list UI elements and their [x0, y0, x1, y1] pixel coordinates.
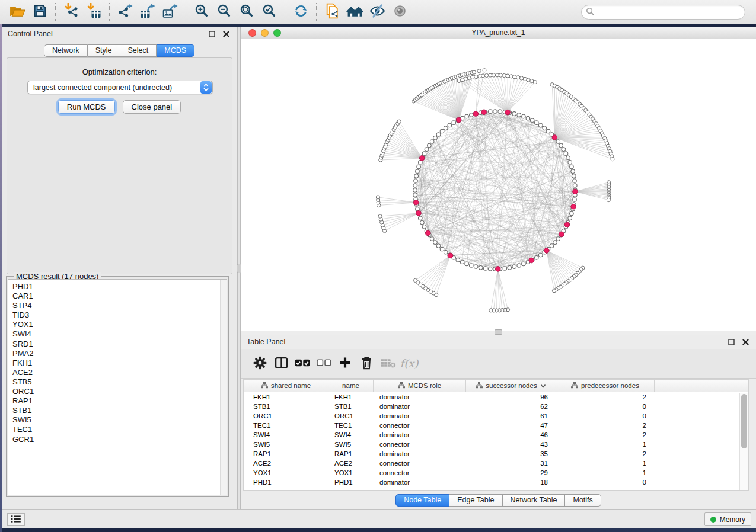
table-cell[interactable]: 96	[466, 392, 556, 402]
table-cell[interactable]: dominator	[374, 449, 466, 459]
tab-node-table[interactable]: Node Table	[395, 494, 449, 507]
table-cell[interactable]: 0	[556, 402, 655, 411]
table-row[interactable]: FKH1FKH1dominator962	[244, 392, 748, 402]
mcds-result-item[interactable]: STB5	[12, 377, 227, 387]
mcds-result-item[interactable]: FKH1	[12, 358, 227, 368]
table-cell[interactable]: 46	[466, 430, 556, 440]
close-panel-icon[interactable]	[221, 29, 231, 39]
table-cell[interactable]: 31	[466, 459, 556, 468]
table-cell[interactable]: PHD1	[328, 477, 374, 487]
node-table-scrollbar-thumb[interactable]	[741, 394, 747, 448]
mcds-result-item[interactable]: ORC1	[12, 387, 227, 396]
export-table-button[interactable]	[138, 2, 158, 21]
table-cell[interactable]: SWI4	[244, 430, 328, 440]
table-cell[interactable]: ACE2	[244, 459, 328, 468]
table-cell[interactable]: YOX1	[328, 468, 374, 477]
table-cell[interactable]: connector	[374, 459, 466, 468]
tab-select[interactable]: Select	[120, 44, 157, 57]
zoom-out-button[interactable]	[214, 2, 234, 21]
mcds-result-scrollbar[interactable]	[220, 280, 227, 495]
network-window-titlebar[interactable]: YPA_prune.txt_1	[241, 27, 756, 39]
first-neighbors-button[interactable]	[344, 2, 365, 21]
mcds-result-item[interactable]: TEC1	[12, 425, 227, 434]
tab-network[interactable]: Network	[44, 44, 88, 57]
table-cell[interactable]: 61	[466, 411, 556, 421]
table-cell[interactable]: dominator	[374, 430, 466, 440]
table-cell[interactable]: PHD1	[244, 477, 328, 487]
column-header-shared-name[interactable]: shared name	[244, 380, 328, 392]
task-history-button[interactable]	[7, 513, 25, 526]
table-row[interactable]: SWI4SWI4dominator462	[244, 430, 748, 440]
close-window-icon[interactable]	[248, 29, 256, 37]
optimization-criterion-select[interactable]: largest connected component (undirected)	[27, 81, 213, 94]
show-columns-button[interactable]	[270, 353, 292, 374]
table-cell[interactable]: 62	[466, 402, 556, 411]
save-session-button[interactable]	[30, 2, 50, 21]
horizontal-splitter-handle[interactable]	[495, 329, 502, 335]
mcds-result-item[interactable]: TID3	[12, 310, 227, 320]
hide-selected-button[interactable]	[367, 2, 387, 21]
maximize-window-icon[interactable]	[273, 29, 281, 37]
column-header-MCDS-role[interactable]: MCDS role	[374, 380, 466, 392]
table-cell[interactable]: connector	[374, 440, 466, 449]
column-header-successor-nodes[interactable]: successor nodes	[466, 380, 556, 392]
export-image-button[interactable]	[160, 2, 180, 21]
mcds-result-item[interactable]: STP4	[12, 301, 227, 310]
memory-button[interactable]: Memory	[704, 512, 751, 526]
table-cell[interactable]: SWI4	[328, 430, 374, 440]
table-row[interactable]: YOX1YOX1connector291	[244, 468, 748, 477]
new-network-from-selection-button[interactable]	[322, 2, 342, 21]
select-all-columns-button[interactable]	[292, 353, 313, 374]
table-row[interactable]: STB1STB1dominator620	[244, 402, 748, 411]
table-row[interactable]: SWI5SWI5connector431	[244, 440, 748, 449]
table-cell[interactable]: 1	[556, 459, 655, 468]
network-graph[interactable]	[241, 39, 756, 331]
import-table-button[interactable]	[84, 2, 104, 21]
zoom-selected-button[interactable]	[259, 2, 279, 21]
refresh-button[interactable]	[291, 2, 311, 21]
import-network-button[interactable]	[61, 2, 81, 21]
table-row[interactable]: RAP1RAP1dominator352	[244, 449, 748, 459]
delete-column-button[interactable]	[356, 353, 377, 374]
table-cell[interactable]: dominator	[374, 402, 466, 411]
mcds-result-item[interactable]: PHD1	[12, 282, 227, 291]
tab-edge-table[interactable]: Edge Table	[449, 494, 502, 507]
table-cell[interactable]: TEC1	[244, 421, 328, 430]
float-panel-icon[interactable]	[207, 29, 216, 39]
network-canvas[interactable]	[241, 39, 756, 331]
close-table-panel-icon[interactable]	[741, 337, 750, 347]
mcds-result-item[interactable]: YOX1	[12, 320, 227, 329]
table-cell[interactable]: 35	[466, 449, 556, 459]
unselect-all-columns-button[interactable]	[313, 353, 334, 374]
zoom-fit-button[interactable]	[237, 2, 257, 21]
show-all-button[interactable]	[390, 2, 410, 21]
table-cell[interactable]: ACE2	[328, 459, 374, 468]
search-input[interactable]	[595, 7, 745, 18]
float-table-panel-icon[interactable]	[726, 337, 736, 347]
tab-motifs[interactable]: Motifs	[565, 494, 601, 507]
close-panel-button[interactable]: Close panel	[123, 100, 181, 114]
table-cell[interactable]: FKH1	[328, 392, 374, 402]
table-row[interactable]: PHD1PHD1dominator180	[244, 477, 748, 487]
mcds-result-list[interactable]: PHD1CAR1STP4TID3YOX1SWI4SRD1PMA2FKH1ACE2…	[8, 279, 227, 495]
table-cell[interactable]: 2	[556, 449, 655, 459]
table-cell[interactable]: 47	[466, 421, 556, 430]
table-row[interactable]: ACE2ACE2connector311	[244, 459, 748, 468]
mcds-result-item[interactable]: STB1	[12, 406, 227, 415]
table-cell[interactable]: dominator	[374, 392, 466, 402]
table-cell[interactable]: STB1	[244, 402, 328, 411]
table-cell[interactable]: 43	[466, 440, 556, 449]
table-cell[interactable]: 18	[466, 477, 556, 487]
zoom-in-button[interactable]	[192, 2, 212, 21]
mcds-result-item[interactable]: CAR1	[12, 291, 227, 301]
table-cell[interactable]: FKH1	[244, 392, 328, 402]
table-cell[interactable]: 29	[466, 468, 556, 477]
column-header-name[interactable]: name	[328, 380, 374, 392]
create-column-button[interactable]	[334, 353, 356, 374]
mcds-result-item[interactable]: SWI5	[12, 415, 227, 425]
table-cell[interactable]: SWI5	[244, 440, 328, 449]
mcds-result-item[interactable]: ACE2	[12, 368, 227, 377]
node-table-scrollbar[interactable]	[739, 393, 748, 490]
table-cell[interactable]: 2	[556, 430, 655, 440]
table-cell[interactable]: 1	[556, 468, 655, 477]
